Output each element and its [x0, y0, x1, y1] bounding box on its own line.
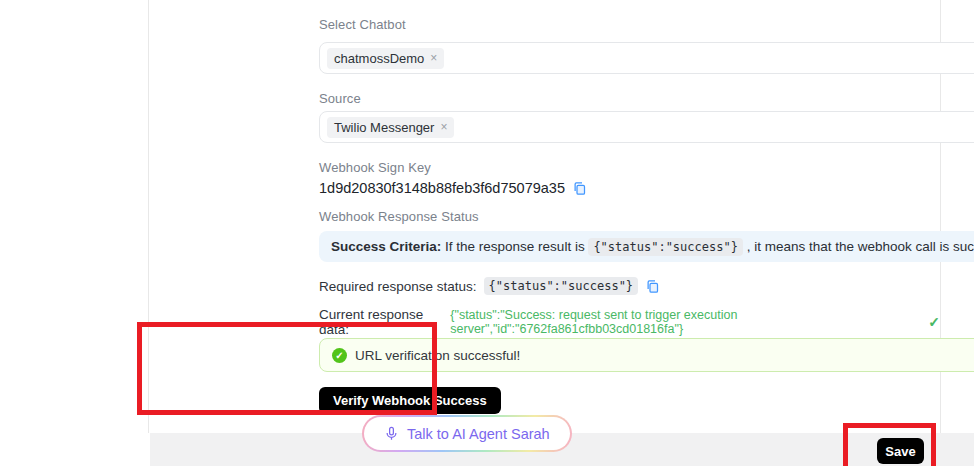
- success-criteria-note: Success Criteria: If the response result…: [319, 231, 974, 262]
- success-criteria-text-before: If the response result is: [441, 239, 588, 254]
- source-tag-label: Twilio Messenger: [334, 119, 434, 136]
- talk-to-agent-label: Talk to AI Agent Sarah: [407, 426, 550, 442]
- webhook-response-status-label: Webhook Response Status: [319, 209, 479, 224]
- webhook-sign-key-row: 1d9d20830f3148b88feb3f6d75079a35: [319, 180, 587, 196]
- chatbot-tag-label: chatmossDemo: [334, 50, 424, 67]
- required-response-row: Required response status: {"status":"suc…: [319, 277, 660, 295]
- chatbot-select[interactable]: chatmossDemo ×: [319, 42, 974, 74]
- source-tag-remove-icon[interactable]: ×: [440, 119, 447, 136]
- annotation-box-verification: [137, 322, 437, 415]
- success-criteria-text-after: , it means that the webhook call is succ…: [743, 239, 974, 254]
- webhook-sign-key-value: 1d9d20830f3148b88feb3f6d75079a35: [319, 180, 565, 196]
- webhook-sign-key-label: Webhook Sign Key: [319, 160, 431, 175]
- page: Select Chatbot chatmossDemo × Source Twi…: [0, 0, 974, 466]
- annotation-box-save: [843, 423, 936, 466]
- select-chatbot-label: Select Chatbot: [319, 17, 406, 32]
- chatbot-tag: chatmossDemo ×: [327, 48, 444, 69]
- source-tag: Twilio Messenger ×: [327, 117, 454, 138]
- talk-to-agent-inner: Talk to AI Agent Sarah: [364, 417, 570, 450]
- source-label: Source: [319, 91, 361, 106]
- copy-icon[interactable]: [572, 181, 587, 196]
- source-select[interactable]: Twilio Messenger ×: [319, 111, 974, 143]
- required-response-code: {"status":"success"}: [484, 277, 639, 295]
- microphone-icon: [384, 425, 399, 442]
- required-response-label: Required response status:: [319, 279, 477, 294]
- copy-icon[interactable]: [645, 279, 660, 294]
- success-criteria-title: Success Criteria:: [331, 239, 441, 254]
- success-check-icon: ✓: [928, 314, 940, 330]
- success-criteria-code: {"status":"success"}: [588, 238, 743, 256]
- current-response-value: {"status":"Success: request sent to trig…: [450, 308, 921, 336]
- chatbot-tag-remove-icon[interactable]: ×: [430, 50, 437, 67]
- talk-to-agent-button[interactable]: Talk to AI Agent Sarah: [362, 415, 572, 452]
